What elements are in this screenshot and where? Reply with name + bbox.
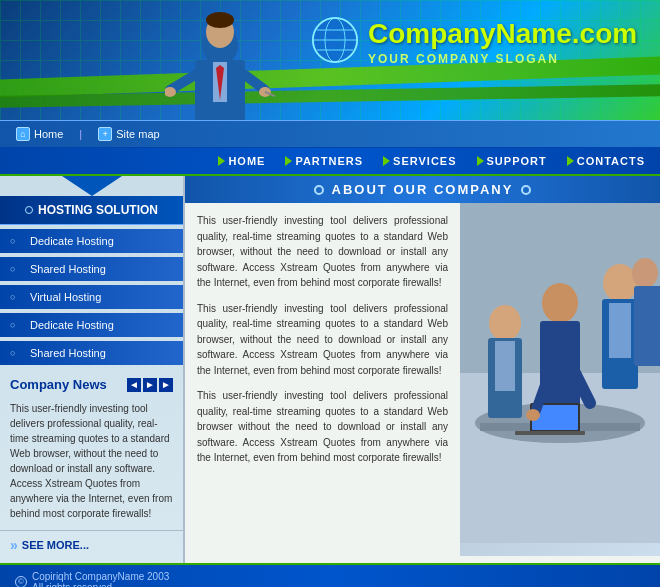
nav-arrow-services — [383, 156, 390, 166]
subnav-home[interactable]: ⌂ Home — [10, 125, 69, 143]
sidebar-item-dedicate-1[interactable]: Dedicate Hosting — [0, 229, 183, 253]
main-nav-bar: HOME PARTNERS SERVICES SUPPORT CONTACTS — [0, 148, 660, 176]
company-name: CompanyName.com — [368, 18, 637, 50]
copyright-icon: © — [15, 576, 27, 588]
sidebar-item-dedicate-2[interactable]: Dedicate Hosting — [0, 313, 183, 337]
svg-point-22 — [489, 305, 521, 341]
see-more-button[interactable]: » SEE MORE... — [0, 530, 183, 559]
nav-arrow-support — [477, 156, 484, 166]
home-icon: ⌂ — [16, 127, 30, 141]
news-prev-button[interactable]: ◄ — [127, 378, 141, 392]
svg-rect-30 — [609, 303, 631, 358]
nav-home[interactable]: HOME — [208, 151, 275, 171]
sidebar: HOSTING SOLUTION Dedicate Hosting Shared… — [0, 176, 185, 563]
sidebar-item-shared-1[interactable]: Shared Hosting — [0, 257, 183, 281]
content-title-bar: ABOUT OUR COMPANY — [185, 176, 660, 203]
subnav-bar: ⌂ Home | + Site map — [0, 120, 660, 148]
svg-point-5 — [206, 12, 234, 28]
sidebar-hosting-header: HOSTING SOLUTION — [0, 196, 183, 225]
footer-text: © Copiriqht CompanyName 2003 All rights … — [15, 571, 169, 588]
footer-copyright: Copiriqht CompanyName 2003 — [32, 571, 169, 582]
main-content: ABOUT OUR COMPANY This user-friendly inv… — [185, 176, 660, 563]
footer-rights: All rights reserved — [32, 582, 169, 588]
sitemap-icon: + — [98, 127, 112, 141]
news-navigation: ◄ ► ► — [127, 378, 173, 392]
subnav-separator: | — [79, 128, 82, 140]
header-person — [165, 10, 275, 120]
svg-point-37 — [526, 409, 540, 421]
nav-arrow-partners — [285, 156, 292, 166]
content-image-area — [460, 203, 660, 556]
title-circle-left — [314, 185, 324, 195]
svg-rect-24 — [495, 341, 515, 391]
svg-rect-32 — [634, 286, 660, 366]
header: CompanyName.com YOUR COMPANY SLOGAN — [0, 0, 660, 120]
svg-rect-35 — [515, 431, 585, 435]
nav-services[interactable]: SERVICES — [373, 151, 466, 171]
content-paragraph-2: This user-friendly investing tool delive… — [197, 301, 448, 379]
news-next-button[interactable]: ► — [143, 378, 157, 392]
sidebar-item-shared-2[interactable]: Shared Hosting — [0, 341, 183, 365]
sidebar-news-header: Company News ◄ ► ► — [0, 369, 183, 397]
content-body: This user-friendly investing tool delive… — [185, 203, 660, 556]
nav-arrow-home — [218, 156, 225, 166]
svg-point-28 — [603, 264, 637, 302]
company-slogan: YOUR COMPANY SLOGAN — [368, 52, 559, 66]
sidebar-item-virtual[interactable]: Virtual Hosting — [0, 285, 183, 309]
content-area: HOSTING SOLUTION Dedicate Hosting Shared… — [0, 176, 660, 563]
nav-support[interactable]: SUPPORT — [467, 151, 557, 171]
title-circle-right — [521, 185, 531, 195]
nav-contacts[interactable]: CONTACTS — [557, 151, 655, 171]
svg-point-25 — [542, 283, 578, 323]
business-people-image — [460, 203, 660, 543]
footer: © Copiriqht CompanyName 2003 All rights … — [0, 563, 660, 587]
see-more-arrows-icon: » — [10, 537, 18, 553]
content-paragraph-3: This user-friendly investing tool delive… — [197, 388, 448, 466]
news-next2-button[interactable]: ► — [159, 378, 173, 392]
content-text-area: This user-friendly investing tool delive… — [185, 203, 460, 556]
sidebar-top-triangle — [62, 176, 122, 196]
subnav-sitemap[interactable]: + Site map — [92, 125, 165, 143]
svg-line-6 — [170, 75, 195, 90]
svg-point-31 — [632, 258, 658, 288]
nav-arrow-contacts — [567, 156, 574, 166]
globe-icon — [310, 15, 360, 65]
sidebar-news-text: This user-friendly investing tool delive… — [0, 397, 183, 525]
sidebar-header-circle — [25, 206, 33, 214]
content-paragraph-1: This user-friendly investing tool delive… — [197, 213, 448, 291]
nav-partners[interactable]: PARTNERS — [275, 151, 373, 171]
